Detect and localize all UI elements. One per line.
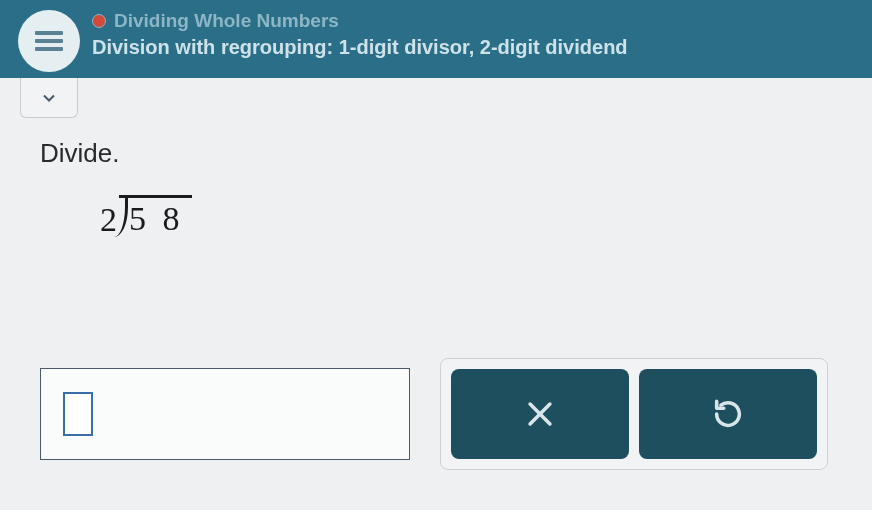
header-text: Dividing Whole Numbers Division with reg… bbox=[92, 8, 628, 59]
lesson-subtitle: Division with regrouping: 1-digit diviso… bbox=[92, 36, 628, 59]
instruction-text: Divide. bbox=[40, 138, 832, 169]
topic-title: Dividing Whole Numbers bbox=[114, 10, 339, 32]
collapse-tab[interactable] bbox=[20, 78, 78, 118]
close-icon bbox=[523, 397, 557, 431]
header: Dividing Whole Numbers Division with reg… bbox=[0, 0, 872, 78]
answer-input[interactable] bbox=[63, 392, 93, 436]
dividend: 5 8 bbox=[119, 195, 192, 238]
undo-button[interactable] bbox=[639, 369, 817, 459]
clear-button[interactable] bbox=[451, 369, 629, 459]
content-area: Divide. 2 5 8 bbox=[0, 118, 872, 259]
topic-row: Dividing Whole Numbers bbox=[92, 10, 628, 32]
menu-button[interactable] bbox=[18, 10, 80, 72]
answer-box[interactable] bbox=[40, 368, 410, 460]
chevron-down-icon bbox=[39, 88, 59, 108]
division-problem: 2 5 8 bbox=[100, 195, 832, 239]
button-panel bbox=[440, 358, 828, 470]
undo-icon bbox=[711, 397, 745, 431]
bottom-area bbox=[40, 358, 832, 470]
status-dot-icon bbox=[92, 14, 106, 28]
